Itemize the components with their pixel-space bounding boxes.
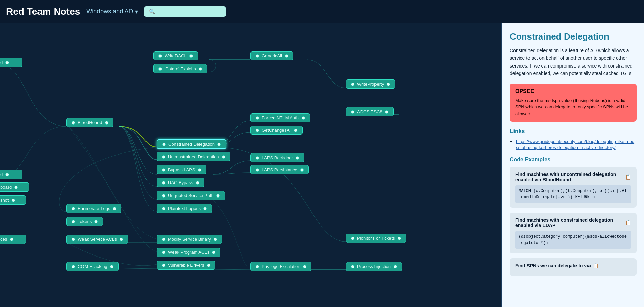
node-writedacl[interactable]: WriteDACL	[153, 51, 198, 60]
node-unconstrained-del-label: Unconstrained Delegation	[168, 154, 219, 159]
links-list: https://www.guidepointsecurity.com/blog/…	[516, 138, 637, 150]
node-enumerate-logs-label: Enumerate Logs	[78, 206, 110, 211]
code-block-1[interactable]: MATCH (c:Computer),(t:Computer), p=((c)-…	[515, 185, 631, 203]
node-laps-persistance[interactable]: LAPS Persistance	[250, 165, 309, 174]
node-vulnerable-drivers[interactable]: Vulnerable Drivers	[157, 261, 215, 270]
node-vulnerable-drivers-label: Vulnerable Drivers	[168, 263, 204, 268]
links-section-title: Links	[510, 128, 637, 135]
partial-node-4-label: shot	[0, 198, 9, 203]
node-forced-ntlm-label: Forced NTLM Auth	[262, 115, 299, 120]
search-bar[interactable]: 🔍	[144, 6, 226, 17]
node-unconstrained-del[interactable]: Unconstrained Delegation	[157, 152, 230, 161]
node-tokens-label: Tokens	[78, 219, 92, 224]
node-weak-program-acls[interactable]: Weak Program ACLs	[157, 248, 220, 257]
node-plaintext-logons-dot-right	[203, 207, 207, 210]
node-process-injection-dot-right	[394, 265, 397, 268]
node-uac-bypass-dot-left	[162, 181, 165, 185]
node-weak-service-acls[interactable]: Weak Service ACLs	[66, 235, 128, 244]
node-com-hijacking-dot-right	[110, 265, 113, 268]
partial-node-2-dot	[5, 173, 9, 176]
node-plaintext-logons[interactable]: Plaintext Logons	[157, 204, 212, 213]
node-bypass-laps-dot-left	[162, 168, 165, 172]
node-forced-ntlm-dot-right	[302, 116, 305, 120]
node-plaintext-logons-dot-left	[162, 207, 165, 210]
code-card-3-title: Find SPNs we can delegate to via 📋	[515, 263, 631, 268]
copy-icon-2[interactable]: 📋	[625, 220, 631, 225]
node-privilege-escalation[interactable]: Privilege Escalation	[250, 262, 311, 271]
node-constrained-del-dot-right	[217, 143, 221, 146]
code-block-2[interactable]: (&(objectCategory=computer)(msds-allowed…	[515, 231, 631, 249]
node-weak-program-acls-dot-right	[212, 251, 215, 254]
node-tokens-dot-right	[94, 220, 98, 223]
node-bypass-laps[interactable]: Bypass LAPS	[157, 165, 206, 174]
node-monitor-tickets-dot-right	[398, 237, 401, 240]
partial-node-2[interactable]: d	[0, 170, 22, 179]
node-potato-label: 'Potato' Exploits	[165, 66, 196, 71]
node-laps-backdoor[interactable]: LAPS Backdoor	[250, 153, 304, 162]
node-unquoted-service[interactable]: Unquoted Service Path	[157, 191, 225, 200]
opsec-text: Make sure the msdspn value (If using Rub…	[515, 97, 631, 117]
node-unconstrained-del-dot-right	[222, 155, 225, 159]
link-1[interactable]: https://www.guidepointsecurity.com/blog/…	[516, 139, 634, 150]
node-laps-persistance-label: LAPS Persistance	[262, 167, 297, 172]
partial-node-right-2-label: ADCS ESC8	[357, 109, 382, 114]
node-writedacl-dot-left	[158, 54, 162, 58]
node-modify-service-dot-right	[214, 238, 217, 241]
node-weak-service-acls-label: Weak Service ACLs	[78, 237, 117, 242]
node-process-injection[interactable]: Process Injection	[346, 262, 402, 271]
partial-node-right-1[interactable]: WriteProperty	[346, 79, 395, 89]
node-potato-dot-left	[158, 67, 162, 71]
node-bypass-laps-label: Bypass LAPS	[168, 167, 195, 172]
node-tokens[interactable]: Tokens	[66, 217, 103, 226]
node-getchangesall-dot-right	[294, 129, 297, 132]
node-potato[interactable]: 'Potato' Exploits	[153, 64, 207, 73]
copy-icon-3[interactable]: 📋	[593, 263, 599, 268]
partial-node-1[interactable]: d	[0, 58, 22, 67]
search-input[interactable]	[158, 9, 221, 14]
nav-dropdown[interactable]: Windows and AD ▾	[86, 8, 138, 15]
partial-node-5[interactable]: ces	[0, 235, 26, 244]
node-unquoted-service-dot-right	[216, 194, 220, 198]
node-bloodhound-dot-left	[72, 121, 75, 125]
partial-node-3-dot	[14, 186, 18, 189]
node-enumerate-logs-dot-left	[72, 207, 75, 210]
node-bypass-laps-dot-right	[198, 168, 201, 172]
partial-node-5-dot	[10, 238, 13, 241]
node-vulnerable-drivers-dot-left	[162, 264, 165, 267]
node-bloodhound[interactable]: BloodHound	[66, 118, 113, 127]
link-item-1: https://www.guidepointsecurity.com/blog/…	[516, 138, 637, 150]
node-laps-backdoor-label: LAPS Backdoor	[262, 155, 293, 160]
node-monitor-tickets-label: Monitor For Tickets	[357, 236, 395, 241]
node-genericall[interactable]: GenericAll	[250, 51, 293, 60]
node-modify-service[interactable]: Modify Service Binary	[157, 235, 222, 244]
node-privilege-escalation-label: Privilege Escalation	[262, 264, 300, 269]
partial-node-2-label: d	[0, 172, 3, 177]
node-enumerate-logs[interactable]: Enumerate Logs	[66, 204, 121, 213]
node-laps-persistance-dot-right	[300, 168, 304, 172]
node-forced-ntlm[interactable]: Forced NTLM Auth	[250, 113, 310, 122]
partial-node-right-1-dot-left	[351, 83, 354, 86]
node-com-hijacking[interactable]: COM Hijacking	[66, 262, 119, 271]
node-unconstrained-del-dot-left	[162, 155, 165, 159]
node-uac-bypass[interactable]: UAC Bypass	[157, 178, 204, 187]
node-getchangesall[interactable]: GetChangesAll	[250, 126, 303, 135]
partial-node-4-dot	[12, 199, 15, 202]
header: Red Team Notes Windows and AD ▾ 🔍	[0, 0, 644, 23]
node-modify-service-label: Modify Service Binary	[168, 237, 211, 242]
partial-node-right-2[interactable]: ADCS ESC8	[346, 107, 394, 116]
code-card-2: Find machines with constrained delegatio…	[510, 213, 637, 253]
node-enumerate-logs-dot-right	[113, 207, 116, 210]
partial-node-4[interactable]: shot	[0, 195, 26, 205]
partial-node-5-label: ces	[0, 237, 7, 242]
node-uac-bypass-dot-right	[196, 181, 199, 185]
copy-icon-1[interactable]: 📋	[625, 174, 631, 180]
opsec-title: OPSEC	[515, 88, 631, 94]
node-constrained-del[interactable]: Constrained Delegation	[157, 139, 226, 149]
node-weak-service-acls-dot-right	[120, 238, 123, 241]
partial-node-3[interactable]: board	[0, 182, 29, 192]
graph-canvas[interactable]: d d board shot ces WriteProperty ADCS ES…	[0, 23, 501, 307]
node-monitor-tickets[interactable]: Monitor For Tickets	[346, 234, 406, 243]
node-weak-program-acls-label: Weak Program ACLs	[168, 250, 209, 255]
node-privilege-escalation-dot-right	[303, 265, 306, 268]
node-writedacl-dot-right	[189, 54, 193, 58]
